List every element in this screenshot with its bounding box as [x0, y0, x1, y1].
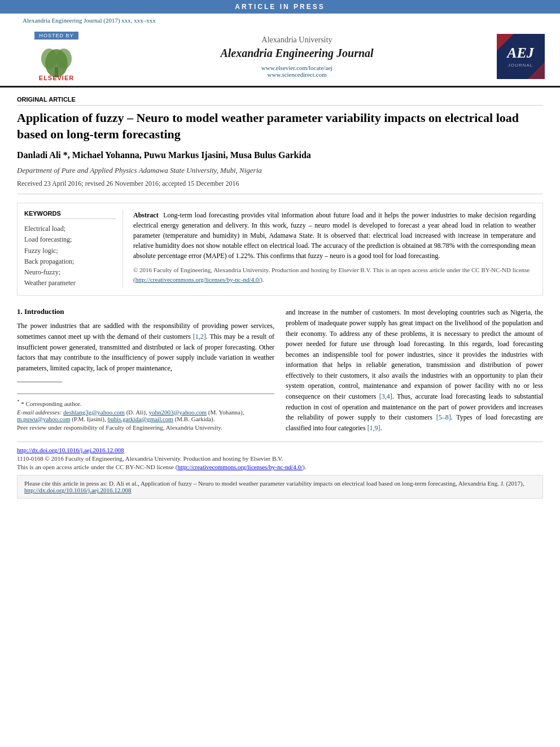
- footer-doi: http://dx.doi.org/10.1016/j.aej.2016.12.…: [17, 447, 543, 453]
- abstract-column: Abstract Long-term load forecasting prov…: [133, 210, 536, 289]
- fn-peer-review: Peer review under responsibility of Facu…: [17, 424, 274, 431]
- citation-box: Please cite this article in press as: D.…: [17, 475, 543, 499]
- elsevier-logo-svg: ELSEVIER: [20, 42, 93, 81]
- hosted-by-label: HOSTED BY: [34, 32, 78, 40]
- banner-text: ARTICLE IN PRESS: [235, 3, 325, 11]
- journal-link[interactable]: Alexandria Engineering Journal (2017) xx…: [11, 15, 167, 26]
- fn-email-myohanna[interactable]: yohn2003@yahoo.com: [148, 409, 207, 416]
- university-name: Alexandria University: [107, 36, 487, 45]
- aej-logo-section: AEJ JOURNAL: [492, 34, 549, 79]
- abstract-license-link[interactable]: http://creativecommons.org/licenses/by-n…: [135, 276, 261, 283]
- svg-text:AEJ: AEJ: [506, 45, 535, 61]
- article-in-press-banner: ARTICLE IN PRESS: [0, 0, 560, 14]
- fn-email-pijasini[interactable]: m.puwu@yahoo.com: [17, 416, 70, 422]
- page-footer: http://dx.doi.org/10.1016/j.aej.2016.12.…: [17, 442, 543, 499]
- abstract-body: Abstract Long-term load forecasting prov…: [133, 210, 536, 261]
- keyword-5: Neuro-fuzzy;: [24, 267, 116, 278]
- abstract-label: Abstract: [133, 211, 159, 219]
- affiliation-line: Department of Pure and Applied Physics A…: [17, 166, 543, 175]
- keywords-title: KEYWORDS: [24, 210, 116, 219]
- abstract-section: KEYWORDS Electrical load; Load forecasti…: [17, 203, 543, 296]
- intro-right-col: and increase in the number of customers.…: [286, 307, 543, 433]
- authors-text: Danladi Ali *, Michael Yohanna, Puwu Mar…: [17, 150, 311, 160]
- keyword-3: Fuzzy logic;: [24, 246, 116, 256]
- intro-section-title: 1. Introduction: [17, 307, 274, 316]
- authors-line: Danladi Ali *, Michael Yohanna, Puwu Mar…: [17, 150, 543, 160]
- fn-email-dali[interactable]: deshlang3g@yahoo.com: [63, 409, 125, 416]
- elsevier-section: HOSTED BY ELSEVIER: [11, 32, 102, 81]
- journal-urls: www.elsevier.com/locate/aej www.scienced…: [107, 64, 487, 78]
- paper-title: Application of fuzzy – Neuro to model we…: [17, 110, 543, 142]
- received-dates: Received 23 April 2016; revised 26 Novem…: [17, 180, 543, 194]
- keywords-column: KEYWORDS Electrical load; Load forecasti…: [24, 210, 123, 289]
- fn-email-garkida[interactable]: buhis.garkida@gmail.com: [107, 416, 173, 422]
- intro-left-para: The power industries that are saddled wi…: [17, 321, 274, 373]
- article-type-label: ORIGINAL ARTICLE: [17, 96, 543, 106]
- elsevier-logo: ELSEVIER: [20, 42, 93, 81]
- fn-emails: E-mail addresses: deshlang3g@yahoo.com (…: [17, 409, 274, 422]
- ref-5-8[interactable]: [5–8]: [436, 413, 451, 421]
- abstract-content: Long-term load forecasting provides vita…: [133, 211, 536, 260]
- svg-text:ELSEVIER: ELSEVIER: [39, 75, 74, 81]
- svg-point-3: [56, 49, 72, 69]
- footer-copyright: 1110-0168 © 2016 Faculty of Engineering,…: [17, 455, 543, 462]
- footer-oa-link[interactable]: http://creativecommons.org/licenses/by-n…: [177, 464, 303, 470]
- svg-point-2: [41, 49, 57, 69]
- keywords-list: Electrical load; Load forecasting; Fuzzy…: [24, 224, 116, 289]
- aej-logo: AEJ JOURNAL: [497, 34, 545, 79]
- footnote-divider: [17, 382, 62, 382]
- ref-1-9[interactable]: [1,9]: [368, 424, 380, 432]
- abstract-copyright: © 2016 Faculty of Engineering, Alexandri…: [133, 265, 536, 284]
- intro-right-para: and increase in the number of customers.…: [286, 307, 543, 433]
- ref-3-4[interactable]: [3,4]: [379, 392, 392, 400]
- ref-1-2[interactable]: [1,2]: [193, 333, 206, 340]
- aej-logo-svg: AEJ JOURNAL: [497, 34, 545, 79]
- keyword-6: Weather parameter: [24, 278, 116, 289]
- fn-star-line: * * Corresponding author.: [17, 399, 274, 407]
- keyword-1: Electrical load;: [24, 224, 116, 234]
- elsevier-url[interactable]: www.elsevier.com/locate/aej: [107, 64, 487, 71]
- sciencedirect-url[interactable]: www.sciencedirect.com: [107, 71, 487, 78]
- doi-link[interactable]: http://dx.doi.org/10.1016/j.aej.2016.12.…: [17, 447, 124, 453]
- footer-oa: This is an open access article under the…: [17, 464, 543, 470]
- introduction-section: 1. Introduction The power industries tha…: [17, 307, 543, 433]
- keyword-2: Load forecasting;: [24, 234, 116, 245]
- main-content: ORIGINAL ARTICLE Application of fuzzy – …: [0, 88, 560, 507]
- journal-name: Alexandria Engineering Journal: [107, 47, 487, 60]
- citation-doi-link[interactable]: http://dx.doi.org/10.1016/j.aej.2016.12.…: [24, 487, 132, 493]
- footnote-area: * * Corresponding author. E-mail address…: [17, 394, 274, 431]
- keyword-4: Back propagation;: [24, 256, 116, 267]
- intro-left-col: 1. Introduction The power industries tha…: [17, 307, 274, 433]
- svg-text:JOURNAL: JOURNAL: [508, 63, 532, 68]
- journal-header: HOSTED BY ELSEVIER Alexandria University…: [0, 27, 560, 88]
- journal-title-section: Alexandria University Alexandria Enginee…: [107, 36, 487, 78]
